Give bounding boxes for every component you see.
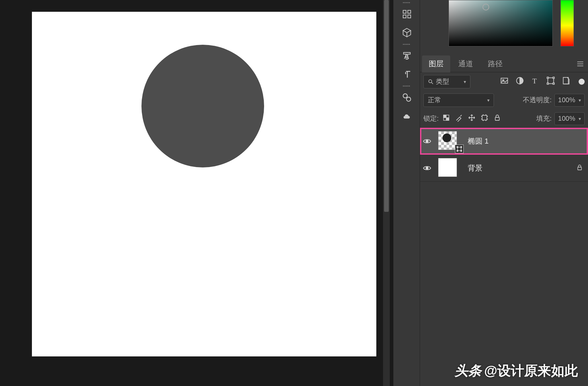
chevron-down-icon: ▾: [464, 79, 466, 84]
3d-cube-icon[interactable]: [393, 23, 420, 42]
tab-layers[interactable]: 图层: [422, 55, 450, 72]
shape-ellipse[interactable]: [141, 45, 264, 167]
panel-tabs: 图层 通道 路径: [420, 55, 588, 72]
color-field[interactable]: [449, 0, 553, 46]
tab-paths[interactable]: 路径: [481, 55, 509, 72]
svg-rect-0: [403, 10, 406, 13]
svg-rect-1: [408, 10, 411, 13]
layer-row-background[interactable]: 背景: [420, 155, 588, 182]
svg-rect-29: [457, 146, 458, 147]
svg-rect-30: [461, 146, 462, 147]
tab-channels[interactable]: 通道: [452, 55, 480, 72]
document-workspace: [0, 0, 391, 386]
layer-thumbnail[interactable]: [438, 131, 462, 151]
cloud-icon[interactable]: [393, 107, 420, 125]
shape-mask-badge: [455, 145, 464, 153]
svg-rect-23: [444, 115, 446, 118]
visibility-toggle[interactable]: [422, 164, 432, 172]
opacity-label: 不透明度:: [523, 95, 552, 105]
layer-thumbnail[interactable]: [438, 158, 462, 178]
panel-menu-icon[interactable]: [577, 61, 584, 68]
panel-grip[interactable]: ▪▪▪▪▪: [393, 0, 420, 5]
panels-area: 图层 通道 路径 类型 ▾ T 正常 ▾ 不透明度:: [420, 0, 588, 386]
svg-rect-24: [446, 118, 449, 120]
svg-rect-25: [482, 115, 487, 120]
hue-slider[interactable]: [560, 0, 574, 46]
svg-point-10: [429, 80, 432, 83]
links-icon[interactable]: [393, 88, 420, 107]
lock-icon[interactable]: [576, 164, 583, 172]
filter-smartobject-icon[interactable]: [562, 76, 571, 87]
svg-rect-26: [495, 117, 499, 120]
lock-row: 锁定: 填充: 100% ▾: [420, 109, 588, 128]
svg-line-11: [431, 82, 433, 84]
type-icon[interactable]: A: [393, 46, 420, 65]
visibility-toggle[interactable]: [422, 137, 432, 146]
blend-mode-value: 正常: [428, 95, 441, 105]
lock-transparency-icon[interactable]: [442, 114, 450, 123]
svg-rect-19: [547, 83, 548, 84]
filter-kind-dropdown[interactable]: 类型 ▾: [423, 75, 470, 88]
opacity-value: 100%: [558, 96, 575, 104]
svg-point-33: [426, 167, 428, 169]
svg-rect-20: [553, 83, 554, 84]
svg-point-27: [426, 140, 428, 142]
filter-adjustment-icon[interactable]: [515, 76, 524, 87]
opacity-input[interactable]: 100% ▾: [554, 94, 585, 107]
svg-text:T: T: [532, 77, 537, 85]
svg-text:A: A: [404, 52, 409, 60]
scrollbar-thumb[interactable]: [384, 0, 389, 212]
lock-pixels-icon[interactable]: [455, 114, 463, 123]
fill-input[interactable]: 100% ▾: [554, 112, 585, 125]
svg-rect-17: [547, 77, 548, 78]
lock-all-icon[interactable]: [493, 114, 501, 123]
layer-row-ellipse[interactable]: 椭圆 1: [420, 128, 588, 155]
chevron-down-icon: ▾: [487, 98, 490, 103]
lock-position-icon[interactable]: [468, 114, 476, 123]
color-picker-marker[interactable]: [482, 4, 489, 10]
vertical-scrollbar[interactable]: [383, 0, 390, 386]
paragraph-icon[interactable]: [393, 65, 420, 83]
layer-name[interactable]: 背景: [468, 163, 482, 173]
filter-type-icon[interactable]: T: [531, 76, 540, 87]
svg-rect-31: [457, 150, 458, 151]
watermark: 头条 @设计原来如此: [455, 361, 578, 380]
svg-rect-2: [403, 15, 406, 18]
canvas[interactable]: [32, 12, 376, 356]
panel-grip[interactable]: ▪▪▪▪▪: [393, 83, 420, 88]
filter-shape-icon[interactable]: [546, 76, 555, 87]
filter-pixel-icon[interactable]: [500, 76, 509, 87]
blend-mode-dropdown[interactable]: 正常 ▾: [423, 93, 494, 107]
layers-list: 椭圆 1 背景: [420, 128, 588, 182]
watermark-author: @设计原来如此: [484, 361, 578, 380]
panel-grip[interactable]: ▪▪▪▪▪: [393, 42, 420, 46]
filter-kind-label: 类型: [436, 77, 449, 86]
svg-rect-32: [461, 150, 462, 151]
lock-label: 锁定:: [423, 114, 439, 123]
fill-label: 填充:: [536, 114, 552, 123]
svg-rect-3: [408, 15, 411, 18]
svg-rect-21: [563, 77, 568, 84]
chevron-down-icon: ▾: [579, 98, 581, 103]
fill-value: 100%: [558, 115, 575, 122]
watermark-brand: 头条: [455, 361, 481, 380]
swatches-icon[interactable]: [393, 5, 420, 23]
lock-artboard-icon[interactable]: [480, 114, 489, 123]
svg-rect-34: [578, 167, 582, 170]
filter-toggle[interactable]: [579, 79, 585, 85]
color-panel: [420, 0, 588, 55]
chevron-down-icon: ▾: [579, 116, 581, 121]
svg-rect-18: [553, 77, 554, 78]
blend-row: 正常 ▾ 不透明度: 100% ▾: [420, 91, 588, 109]
layer-filter-row: 类型 ▾ T: [420, 72, 588, 91]
layer-name[interactable]: 椭圆 1: [468, 136, 489, 146]
collapsed-panel-strip: ▪▪▪▪▪ ▪▪▪▪▪ A ▪▪▪▪▪: [393, 0, 420, 386]
